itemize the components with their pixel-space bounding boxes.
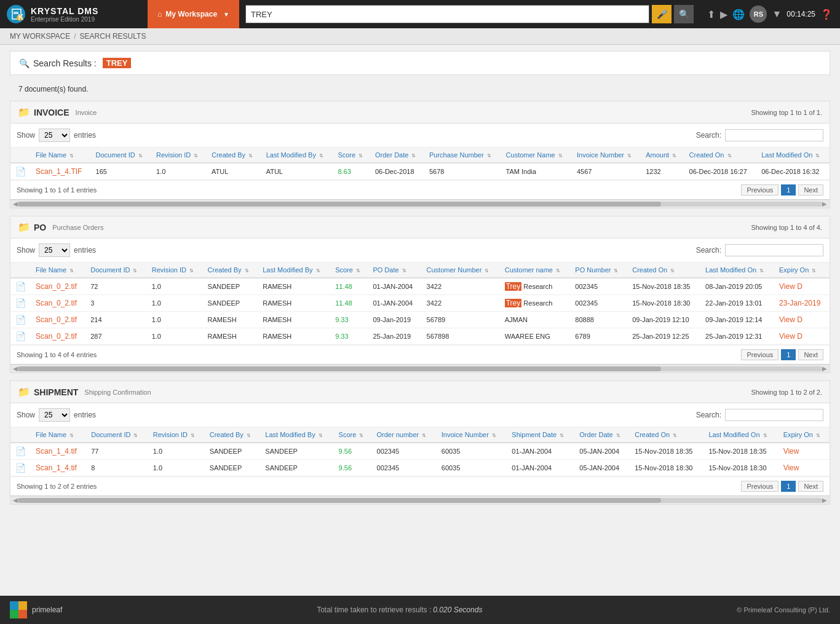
invoice-prev-btn[interactable]: Previous <box>741 184 779 195</box>
invoice-col-createdon[interactable]: Created On ⇅ <box>684 148 757 163</box>
shipment-col-lastmodby[interactable]: Last Modified By ⇅ <box>260 427 333 443</box>
table-row: 📄 Scan_1_4.tif 8 1.0 SANDEEP SANDEEP 9.5… <box>10 460 830 476</box>
invoice-section: 📁 INVOICE Invoice Showing top 1 to 1 of … <box>10 101 830 208</box>
shipment-col-filename[interactable]: File Name ⇅ <box>31 427 86 443</box>
invoice-col-amount[interactable]: Amount ⇅ <box>641 148 684 163</box>
shipment-col-createdon[interactable]: Created On ⇅ <box>630 427 703 443</box>
po-col-custname[interactable]: Customer name ⇅ <box>500 263 571 278</box>
po-scroll-left[interactable]: ◀ <box>13 365 18 372</box>
primeleaf-logo-icon <box>10 601 27 618</box>
po-col-lastmodon[interactable]: Last Modified On ⇅ <box>700 263 774 278</box>
invoice-search-input[interactable] <box>725 129 823 141</box>
po-col-podate[interactable]: PO Date ⇅ <box>368 263 421 278</box>
po-col-custnum[interactable]: Customer Number ⇅ <box>422 263 500 278</box>
po-prev-btn[interactable]: Previous <box>741 349 779 360</box>
invoice-col-lastmodby[interactable]: Last Modified By ⇅ <box>261 148 333 163</box>
invoice-col-custname[interactable]: Customer Name ⇅ <box>501 148 572 163</box>
po-entries-label: entries <box>74 246 96 255</box>
table-row: 📄 Scan_0_2.tif 72 1.0 SANDEEP RAMESH 11.… <box>10 278 830 295</box>
shipment-scroll-track <box>18 498 822 503</box>
po-col-revid[interactable]: Revision ID ⇅ <box>147 263 203 278</box>
upload-icon[interactable]: ⬆ <box>707 9 715 20</box>
shipment-col-ordernum[interactable]: Order number ⇅ <box>372 427 437 443</box>
invoice-scroll-left[interactable]: ◀ <box>13 200 18 207</box>
shipment-next-btn[interactable]: Next <box>798 481 823 492</box>
invoice-col-revid[interactable]: Revision ID ⇅ <box>151 148 207 163</box>
search-input[interactable] <box>245 5 649 23</box>
invoice-folder-icon: 📁 <box>18 106 30 118</box>
po-code: PO <box>34 223 46 232</box>
invoice-row-filename[interactable]: Scan_1_4.TIF <box>31 163 91 180</box>
shipment-scroll-left[interactable]: ◀ <box>13 497 18 504</box>
po-section-title: 📁 PO Purchase Orders <box>18 221 103 233</box>
shipment-table-footer: Showing 1 to 2 of 2 entries Previous 1 N… <box>10 476 830 496</box>
po-section-header: 📁 PO Purchase Orders Showing top 1 to 4 … <box>10 216 830 239</box>
po-col-score[interactable]: Score ⇅ <box>330 263 368 278</box>
shipment-col-shipdate[interactable]: Shipment Date ⇅ <box>507 427 574 443</box>
mic-button[interactable]: 🎤 <box>652 5 672 23</box>
po-search-input[interactable] <box>725 244 823 256</box>
invoice-col-createdby[interactable]: Created By ⇅ <box>207 148 261 163</box>
invoice-col-score[interactable]: Score ⇅ <box>333 148 370 163</box>
po-col-docid[interactable]: Document ID ⇅ <box>85 263 146 278</box>
shipment-scrollbar[interactable]: ◀ ▶ <box>10 496 830 504</box>
po-entries-select[interactable]: 2550100 <box>39 243 70 257</box>
shipment-col-docid[interactable]: Document ID ⇅ <box>86 427 148 443</box>
shipment-col-revid[interactable]: Revision ID ⇅ <box>148 427 205 443</box>
po-col-createdby[interactable]: Created By ⇅ <box>203 263 258 278</box>
workspace-button[interactable]: ⌂ My Workspace ▼ <box>148 0 239 28</box>
invoice-col-lastmodon[interactable]: Last Modified On ⇅ <box>756 148 830 163</box>
footer: primeleaf Total time taken to retrieve r… <box>0 596 840 624</box>
po-col-lastmodby[interactable]: Last Modified By ⇅ <box>258 263 330 278</box>
svg-rect-6 <box>18 601 27 610</box>
shipment-col-createdby[interactable]: Created By ⇅ <box>205 427 261 443</box>
main-content: 🔍 Search Results : TREY 7 document(s) fo… <box>0 45 840 596</box>
po-col-createdon[interactable]: Created On ⇅ <box>627 263 700 278</box>
avatar[interactable]: RS <box>750 6 767 23</box>
shipment-col-orderdate[interactable]: Order Date ⇅ <box>574 427 630 443</box>
po-col-expiryon[interactable]: Expiry On ⇅ <box>774 263 830 278</box>
help-icon[interactable]: ❓ <box>820 9 833 20</box>
shipment-prev-btn[interactable]: Previous <box>741 481 779 492</box>
invoice-col-purchasenum[interactable]: Purchase Number ⇅ <box>424 148 501 163</box>
shipment-col-invoicenum[interactable]: Invoice Number ⇅ <box>437 427 507 443</box>
shipment-col-score[interactable]: Score ⇅ <box>334 427 372 443</box>
invoice-row-score: 8.63 <box>333 163 370 180</box>
po-scroll-right[interactable]: ▶ <box>822 365 827 372</box>
invoice-next-btn[interactable]: Next <box>798 184 823 195</box>
invoice-col-invoicenum[interactable]: Invoice Number ⇅ <box>572 148 641 163</box>
shipment-col-expiryon[interactable]: Expiry On ⇅ <box>779 427 830 443</box>
invoice-scroll-thumb <box>18 202 661 207</box>
svg-rect-8 <box>18 610 27 618</box>
invoice-entries-select[interactable]: 2550100 <box>39 128 70 142</box>
search-bar: 🎤 🔍 <box>239 5 700 23</box>
invoice-col-docid[interactable]: Document ID ⇅ <box>91 148 151 163</box>
search-button[interactable]: 🔍 <box>674 5 694 23</box>
invoice-row-lastmodon: 06-Dec-2018 16:32 <box>756 163 830 180</box>
invoice-col-orderdate[interactable]: Order Date ⇅ <box>370 148 424 163</box>
invoice-page-1[interactable]: 1 <box>781 184 796 195</box>
shipment-entries-label: entries <box>74 411 96 419</box>
play-icon[interactable]: ▶ <box>720 9 727 20</box>
shipment-col-lastmodon[interactable]: Last Modified On ⇅ <box>703 427 778 443</box>
invoice-scrollbar[interactable]: ◀ ▶ <box>10 199 830 208</box>
globe-icon[interactable]: 🌐 <box>732 9 745 20</box>
shipment-section: 📁 SHIPMENT Shipping Confirmation Showing… <box>10 381 830 505</box>
po-col-ponum[interactable]: PO Number ⇅ <box>570 263 627 278</box>
invoice-scroll-right[interactable]: ▶ <box>822 200 827 207</box>
po-col-filename[interactable]: File Name ⇅ <box>31 263 85 278</box>
invoice-row-orderdate: 06-Dec-2018 <box>370 163 424 180</box>
shipment-entries-select[interactable]: 2550100 <box>39 408 70 422</box>
po-scrollbar[interactable]: ◀ ▶ <box>10 364 830 373</box>
shipment-page-1[interactable]: 1 <box>781 481 796 492</box>
results-search-icon: 🔍 <box>19 58 30 68</box>
shipment-scroll-right[interactable]: ▶ <box>822 497 827 504</box>
po-page-1[interactable]: 1 <box>781 349 796 360</box>
invoice-col-filename[interactable]: File Name ⇅ <box>31 148 91 163</box>
home-icon: ⌂ <box>157 10 162 18</box>
breadcrumb-home[interactable]: MY WORKSPACE <box>10 32 70 41</box>
shipment-showing: Showing top 1 to 2 of 2. <box>751 389 822 396</box>
po-next-btn[interactable]: Next <box>798 349 823 360</box>
shipment-search-input[interactable] <box>725 409 823 421</box>
po-table-controls: Show 2550100 entries Search: <box>10 239 830 263</box>
